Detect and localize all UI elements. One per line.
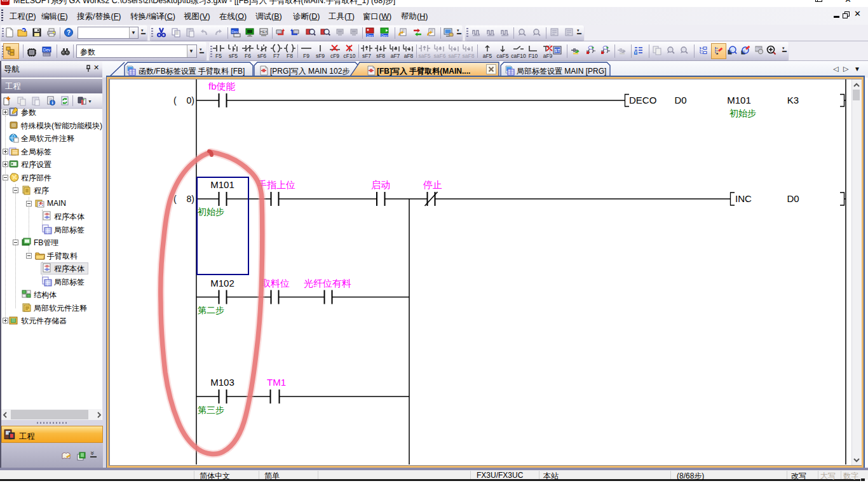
svg-text:Dev: Dev <box>43 48 51 52</box>
svg-text:?: ? <box>67 29 71 36</box>
svg-text:第三步: 第三步 <box>198 405 224 415</box>
svg-text:K3: K3 <box>787 95 799 105</box>
svg-text:ST: ST <box>555 48 561 53</box>
svg-text:(: ( <box>173 95 177 105</box>
svg-text:初始步: 初始步 <box>197 207 224 217</box>
svg-text:Dev: Dev <box>367 34 373 37</box>
svg-text:第二步: 第二步 <box>198 305 224 315</box>
svg-text:M103: M103 <box>210 377 234 388</box>
svg-text:Dev: Dev <box>381 34 388 37</box>
svg-text:8): 8) <box>187 194 194 204</box>
svg-text:DECO: DECO <box>629 95 656 105</box>
svg-text:初始步: 初始步 <box>729 108 756 118</box>
svg-text:fb使能: fb使能 <box>208 81 236 92</box>
svg-text:M102: M102 <box>210 278 234 288</box>
svg-text:启动: 启动 <box>371 179 390 190</box>
svg-text:HEX: HEX <box>260 30 268 34</box>
svg-text:停止: 停止 <box>423 179 442 190</box>
svg-text:TM1: TM1 <box>267 377 286 388</box>
svg-text:光纤位有料: 光纤位有料 <box>304 278 351 288</box>
svg-text:D0: D0 <box>787 193 799 204</box>
svg-text:i: i <box>51 100 53 105</box>
svg-text:0): 0) <box>187 95 194 105</box>
svg-text:Dev: Dev <box>231 30 238 34</box>
svg-text:M101: M101 <box>727 95 751 105</box>
svg-text:INC: INC <box>735 193 752 204</box>
svg-text:D0: D0 <box>674 95 686 105</box>
svg-text:M101: M101 <box>210 179 234 190</box>
